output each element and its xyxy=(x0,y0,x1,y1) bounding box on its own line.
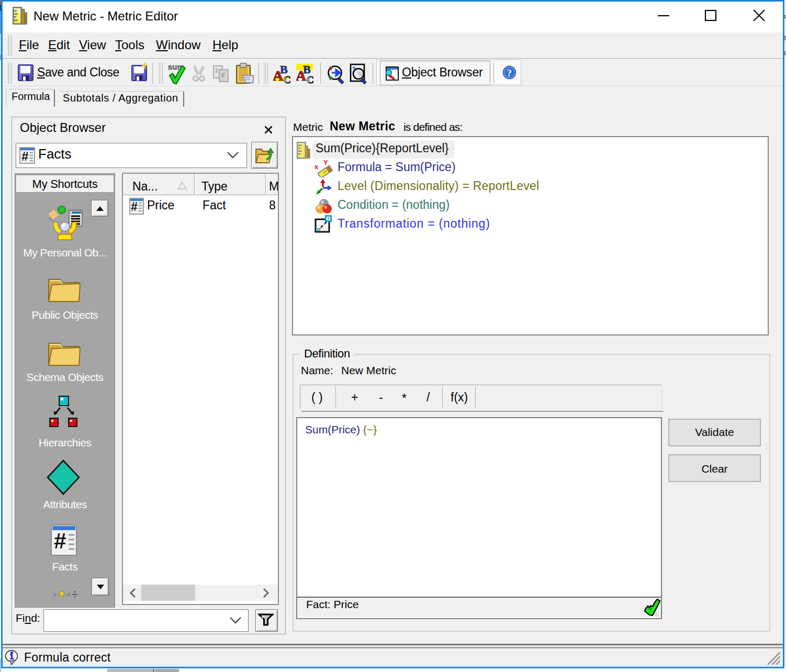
svg-text:C: C xyxy=(307,74,314,85)
svg-text:A: A xyxy=(273,68,284,84)
svg-text:F: F xyxy=(221,71,226,79)
svg-text:F: F xyxy=(215,66,219,74)
svg-text:#: # xyxy=(54,529,66,553)
svg-text:x: x xyxy=(315,163,319,171)
svg-text:A: A xyxy=(296,68,307,84)
svg-text:C: C xyxy=(284,74,291,85)
svg-text:?: ? xyxy=(507,68,512,79)
svg-text:#: # xyxy=(21,149,28,163)
svg-text:#: # xyxy=(131,200,138,214)
svg-text:Y: Y xyxy=(323,159,328,166)
